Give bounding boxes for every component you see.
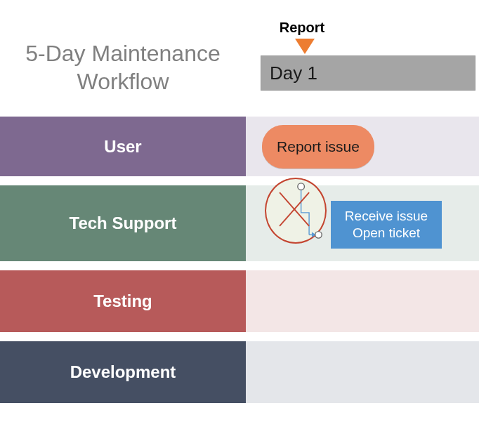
lane-test-label: Testing (0, 270, 246, 332)
task-receive-issue[interactable]: Receive issue Open ticket (331, 201, 442, 249)
lane-development[interactable]: Development (0, 341, 479, 403)
report-marker-label: Report (260, 20, 344, 36)
lane-user[interactable]: User (0, 117, 479, 176)
connector-placeholder-svg (266, 179, 325, 242)
day-header[interactable]: Day 1 (261, 55, 475, 91)
lane-dev-track (246, 341, 479, 403)
lane-user-label: User (0, 117, 246, 176)
connector-placeholder-selected[interactable] (265, 178, 327, 244)
lane-testing[interactable]: Testing (0, 270, 479, 332)
report-marker-triangle-icon (295, 39, 315, 54)
title-line-1: 5-Day Maintenance (25, 41, 220, 66)
elbow-connector-icon (298, 183, 322, 238)
task-report-issue-label: Report issue (277, 138, 360, 155)
svg-point-2 (315, 232, 322, 239)
task-report-issue[interactable]: Report issue (262, 125, 374, 169)
lane-test-track (246, 270, 479, 332)
lane-dev-label: Development (0, 341, 246, 403)
invalid-cross-icon (280, 192, 309, 226)
task-receive-line1: Receive issue (345, 208, 428, 225)
title-line-2: Workflow (77, 69, 169, 94)
lane-tech-label: Tech Support (0, 185, 246, 261)
diagram-title: 5-Day Maintenance Workflow (0, 39, 246, 95)
day-header-label: Day 1 (270, 62, 317, 84)
task-receive-line2: Open ticket (353, 225, 420, 242)
svg-point-1 (298, 183, 305, 190)
